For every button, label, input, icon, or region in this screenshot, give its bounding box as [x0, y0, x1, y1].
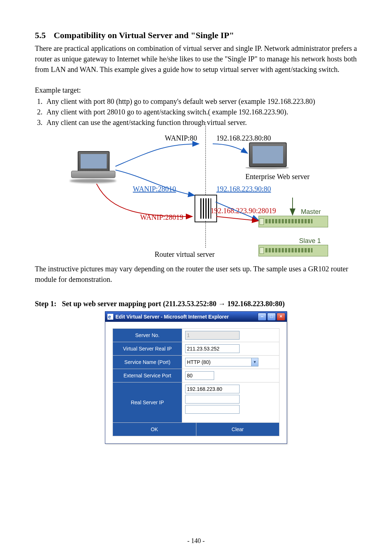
divider	[205, 221, 206, 248]
section-number: 5.5	[35, 29, 52, 42]
example-list: Any client with port 80 (http) go to com…	[44, 96, 357, 128]
real-server-ip-field-3[interactable]	[185, 405, 240, 414]
real-server-ip-field-2[interactable]	[185, 395, 240, 404]
service-name-value: HTTP (80)	[185, 358, 251, 366]
page-number: - 140 -	[0, 536, 392, 546]
slave-label: Slave 1	[299, 236, 321, 246]
section-heading: 5.5 Compatibility on Virtual Server and …	[35, 29, 357, 42]
wanip80-label: WANIP:80	[165, 133, 197, 143]
service-name-select[interactable]: HTTP (80) ▼	[185, 358, 258, 366]
server-no-label: Server No.	[113, 329, 182, 342]
minimize-button[interactable]: –	[258, 313, 266, 321]
paragraph-intro: There are practical applications on comb…	[35, 43, 357, 75]
divider	[205, 122, 206, 195]
chevron-down-icon: ▼	[251, 358, 258, 366]
server-no-field	[185, 331, 240, 340]
clear-button[interactable]: Clear	[196, 423, 279, 436]
ie-icon	[107, 314, 113, 320]
step1-line: Step 1: Set up web server mapping port (…	[35, 299, 357, 309]
router-caption: Router virtual server	[155, 249, 215, 260]
wanip28010-label: WANIP:28010	[133, 184, 176, 194]
enterprise-web-label: Enterprise Web server	[245, 171, 310, 182]
switch-slave-icon	[258, 245, 328, 256]
step1-label: Step 1:	[35, 300, 56, 308]
laptop-icon	[71, 151, 115, 180]
close-button[interactable]: ×	[277, 313, 285, 321]
step1-text: Set up web server mapping port (211.23.5…	[62, 300, 285, 308]
maximize-button[interactable]: □	[267, 313, 276, 321]
target9080-label: 192.168.223.90:80	[216, 184, 271, 194]
real-server-ip-field-1[interactable]	[185, 385, 240, 393]
example-target-label: Example target:	[35, 85, 357, 96]
virtual-server-real-ip-field[interactable]	[185, 344, 240, 353]
external-service-port-field[interactable]	[185, 371, 214, 380]
network-diagram: WANIP:80 192.168.223.80:80 Enterprise We…	[35, 129, 357, 264]
target80-label: 192.168.223.80:80	[216, 133, 271, 143]
dialog-titlebar: Edit Virtual Server - Microsoft Internet…	[105, 312, 287, 322]
switch-master-icon	[258, 216, 328, 227]
real-server-ip-label: Real Server IP	[113, 382, 182, 422]
service-name-label: Service Name (Port)	[113, 356, 182, 369]
target9019-label: 192.168.223.90:28019	[211, 206, 276, 216]
virtual-server-real-ip-label: Virtual Server Real IP	[113, 342, 182, 355]
ok-button[interactable]: OK	[113, 423, 196, 436]
section-title: Compatibility on Virtual Server and "Sin…	[54, 31, 234, 40]
edit-virtual-server-dialog: Edit Virtual Server - Microsoft Internet…	[105, 311, 287, 444]
external-service-port-label: External Service Port	[113, 369, 182, 382]
wanip28019-label: WANIP:28019	[140, 212, 183, 223]
dialog-title: Edit Virtual Server - Microsoft Internet…	[115, 313, 229, 320]
list-item: Any client with port 80 (http) go to com…	[44, 96, 357, 107]
paragraph-note: The instructive pictures may vary depend…	[35, 264, 357, 285]
list-item: Any client with port 28010 go to agent/s…	[44, 107, 357, 117]
list-item: Any client can use the agent/stacking fu…	[44, 117, 357, 128]
virtual-server-form: Server No. Virtual Server Real IP Servic…	[113, 328, 279, 436]
master-label: Master	[301, 207, 321, 216]
